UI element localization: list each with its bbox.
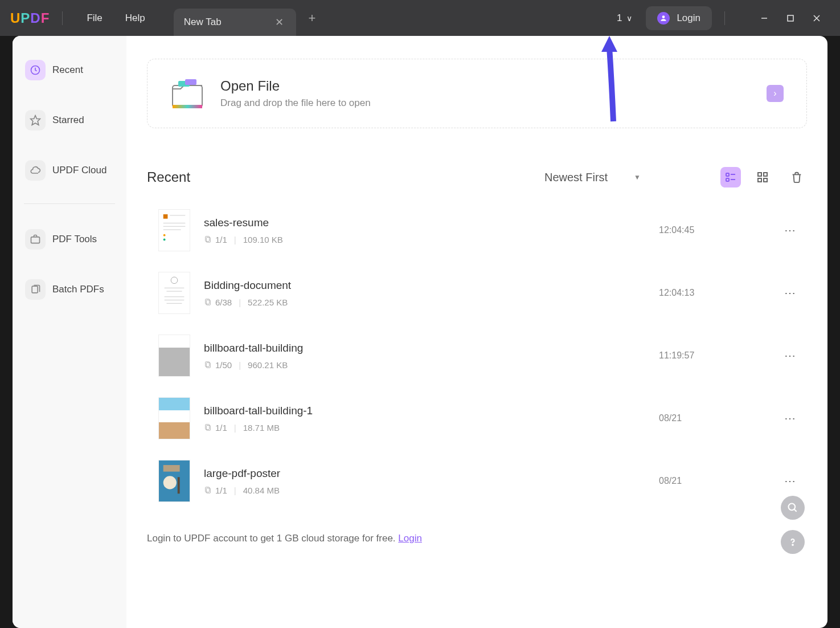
window-counter[interactable]: 1 bbox=[617, 13, 622, 24]
svg-point-28 bbox=[163, 234, 166, 236]
svg-rect-16 bbox=[726, 178, 729, 181]
pages-icon bbox=[204, 361, 212, 369]
pages-icon bbox=[204, 298, 212, 306]
svg-rect-13 bbox=[173, 105, 202, 108]
close-window-button[interactable] bbox=[804, 7, 830, 30]
svg-rect-8 bbox=[32, 286, 38, 293]
list-view-button[interactable] bbox=[720, 167, 741, 187]
svg-rect-48 bbox=[163, 465, 180, 472]
file-pages: 1/50 bbox=[215, 360, 232, 370]
file-pages: 1/1 bbox=[215, 235, 227, 244]
maximize-button[interactable] bbox=[777, 7, 804, 30]
svg-line-52 bbox=[794, 509, 797, 512]
sidebar: Recent Starred UPDF Cloud PDF Tools Bat bbox=[13, 36, 126, 628]
file-pages: 1/1 bbox=[215, 423, 227, 433]
add-tab-button[interactable]: + bbox=[306, 9, 318, 28]
clock-icon bbox=[25, 60, 46, 80]
more-icon[interactable]: ⋯ bbox=[773, 286, 796, 300]
file-name: Bidding-document bbox=[204, 279, 659, 292]
more-icon[interactable]: ⋯ bbox=[773, 474, 796, 488]
sort-dropdown[interactable]: Newest First ▼ bbox=[544, 171, 641, 184]
file-time: 12:04:13 bbox=[659, 288, 773, 298]
file-list: sales-resume 1/1 | 109.10 KB 12:04:45 ⋯ … bbox=[147, 199, 807, 512]
file-row[interactable]: billboard-tall-building-1 1/1 | 18.71 MB… bbox=[147, 387, 807, 450]
search-float-button[interactable] bbox=[781, 496, 805, 520]
divider bbox=[62, 11, 63, 25]
file-time: 11:19:57 bbox=[659, 350, 773, 361]
pages-icon bbox=[204, 486, 212, 494]
file-time: 08/21 bbox=[659, 476, 773, 486]
help-menu[interactable]: Help bbox=[114, 8, 157, 28]
help-float-button[interactable] bbox=[781, 530, 805, 554]
banner-text: Login to UPDF account to get 1 GB cloud … bbox=[147, 533, 398, 544]
pages-icon bbox=[204, 235, 212, 243]
svg-marker-6 bbox=[31, 116, 40, 125]
minimize-button[interactable] bbox=[751, 7, 777, 30]
svg-point-51 bbox=[789, 504, 796, 511]
login-button[interactable]: Login bbox=[646, 6, 712, 30]
svg-point-46 bbox=[163, 476, 177, 489]
file-size: 960.21 KB bbox=[248, 360, 288, 370]
svg-rect-32 bbox=[159, 272, 190, 313]
login-label: Login bbox=[677, 13, 700, 24]
sort-label: Newest First bbox=[544, 171, 608, 184]
svg-rect-18 bbox=[758, 173, 761, 176]
open-file-hint: Drag and drop the file here to open bbox=[220, 97, 371, 109]
titlebar: UPDF File Help New Tab ✕ + 1 ∨ Login bbox=[0, 0, 840, 36]
sidebar-item-pdf-tools[interactable]: PDF Tools bbox=[19, 222, 120, 256]
svg-rect-19 bbox=[764, 173, 767, 176]
svg-marker-9 bbox=[601, 36, 617, 52]
star-icon bbox=[25, 110, 46, 131]
open-file-title: Open File bbox=[220, 78, 371, 94]
svg-rect-12 bbox=[185, 79, 196, 85]
file-size: 109.10 KB bbox=[243, 235, 283, 244]
svg-point-29 bbox=[163, 238, 166, 240]
file-row[interactable]: sales-resume 1/1 | 109.10 KB 12:04:45 ⋯ bbox=[147, 199, 807, 262]
more-icon[interactable]: ⋯ bbox=[773, 349, 796, 362]
file-pages: 6/38 bbox=[215, 297, 232, 307]
folder-icon bbox=[170, 78, 204, 109]
stack-icon bbox=[25, 279, 46, 300]
close-tab-icon[interactable]: ✕ bbox=[273, 14, 286, 31]
svg-rect-14 bbox=[726, 173, 729, 176]
svg-rect-7 bbox=[31, 237, 40, 243]
sidebar-item-recent[interactable]: Recent bbox=[19, 53, 120, 87]
svg-rect-2 bbox=[788, 15, 793, 21]
grid-view-button[interactable] bbox=[752, 167, 773, 187]
chevron-right-icon[interactable]: › bbox=[767, 85, 784, 102]
sidebar-item-starred[interactable]: Starred bbox=[19, 103, 120, 137]
sidebar-item-batch[interactable]: Batch PDFs bbox=[19, 272, 120, 307]
file-size: 522.25 KB bbox=[248, 297, 288, 307]
more-icon[interactable]: ⋯ bbox=[773, 411, 796, 425]
file-pages: 1/1 bbox=[215, 486, 227, 495]
sidebar-divider bbox=[24, 203, 115, 204]
file-name: large-pdf-poster bbox=[204, 467, 659, 480]
file-row[interactable]: Bidding-document 6/38 | 522.25 KB 12:04:… bbox=[147, 262, 807, 324]
file-thumbnail bbox=[158, 460, 190, 502]
dropdown-icon: ▼ bbox=[634, 173, 641, 181]
svg-rect-20 bbox=[758, 178, 761, 182]
cloud-icon bbox=[25, 160, 46, 181]
file-thumbnail bbox=[158, 397, 190, 439]
more-icon[interactable]: ⋯ bbox=[773, 223, 796, 237]
svg-rect-21 bbox=[764, 178, 767, 182]
sidebar-item-label: Recent bbox=[52, 64, 83, 76]
file-thumbnail bbox=[158, 335, 190, 377]
login-banner: Login to UPDF account to get 1 GB cloud … bbox=[147, 523, 807, 554]
file-row[interactable]: large-pdf-poster 1/1 | 40.84 MB 08/21 ⋯ bbox=[147, 450, 807, 512]
file-row[interactable]: billboard-tall-building 1/50 | 960.21 KB… bbox=[147, 324, 807, 387]
file-time: 08/21 bbox=[659, 413, 773, 423]
chevron-down-icon[interactable]: ∨ bbox=[626, 14, 632, 23]
sidebar-item-cloud[interactable]: UPDF Cloud bbox=[19, 153, 120, 187]
open-file-dropzone[interactable]: Open File Drag and drop the file here to… bbox=[147, 59, 807, 128]
app-logo: UPDF bbox=[10, 10, 50, 26]
tab[interactable]: New Tab ✕ bbox=[174, 9, 296, 36]
pages-icon bbox=[204, 423, 212, 431]
file-menu[interactable]: File bbox=[75, 8, 113, 28]
banner-login-link[interactable]: Login bbox=[398, 533, 422, 544]
svg-rect-23 bbox=[163, 214, 168, 219]
svg-rect-47 bbox=[178, 477, 180, 494]
recent-heading: Recent bbox=[147, 169, 190, 185]
sidebar-item-label: Batch PDFs bbox=[52, 284, 104, 295]
trash-button[interactable] bbox=[786, 167, 807, 187]
